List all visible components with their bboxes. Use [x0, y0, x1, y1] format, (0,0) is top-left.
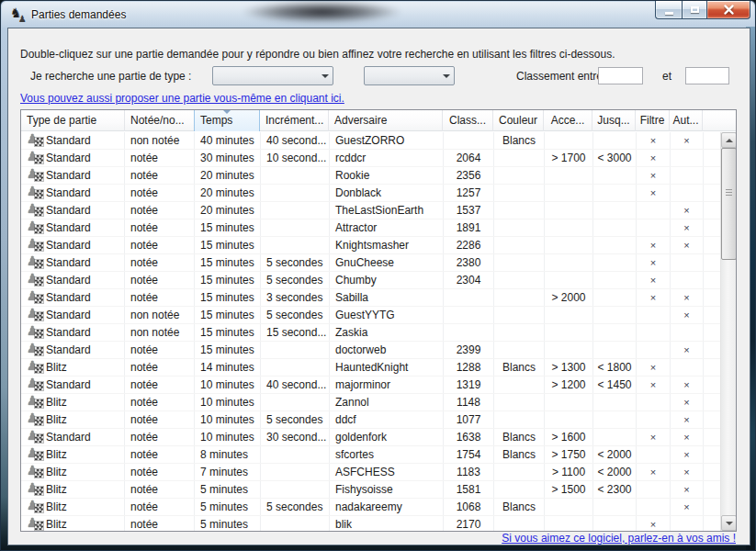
table-row[interactable]: ♟Standardnotée20 minutesRookie2356× — [21, 167, 720, 185]
vertical-scrollbar[interactable] — [720, 132, 736, 531]
maximize-button[interactable] — [682, 1, 707, 19]
cell-filter: × — [637, 132, 671, 149]
cell-increment: 10 second... — [261, 150, 330, 166]
cell-opponent: sfcortes — [330, 446, 444, 463]
cell-increment — [261, 185, 330, 201]
cell-above — [545, 254, 593, 271]
column-header-5[interactable]: Class... — [443, 110, 493, 131]
cell-rated: notée — [125, 150, 195, 166]
column-header-6[interactable]: Couleur — [493, 110, 544, 131]
table-row[interactable]: ♟Blitznotée10 minutesZannol1148× — [21, 394, 720, 411]
rating-max-input[interactable] — [685, 67, 729, 84]
rating-min-input[interactable] — [598, 67, 643, 84]
chess-pawn-icon: ♟ — [28, 466, 43, 479]
cell-above — [545, 499, 593, 515]
cell-color: Blancs — [494, 499, 545, 515]
cell-filler — [704, 202, 720, 219]
cell-above — [545, 394, 593, 410]
table-row[interactable]: ♟Standardnon notée15 minutes5 secondesGu… — [21, 307, 720, 324]
table-row[interactable]: ♟Blitznotée7 minutesASFCHESS1183> 1100< … — [21, 464, 720, 481]
cell-rated: notée — [125, 481, 195, 498]
scroll-down-button[interactable] — [721, 515, 737, 531]
scrollbar-thumb[interactable] — [721, 148, 737, 260]
chess-pawn-icon: ♟ — [28, 361, 43, 375]
chess-pawn-icon: ♟ — [28, 309, 43, 322]
column-header-1[interactable]: Notée/no... — [125, 110, 195, 131]
column-header-4[interactable]: Adversaire — [329, 110, 443, 131]
propose-game-link[interactable]: Vous pouvez aussi proposer une partie vo… — [20, 92, 344, 105]
cell-filler — [704, 481, 720, 498]
table-header-row: Type de partieNotée/no...TempsIncrément.… — [21, 110, 736, 131]
cell-auto: × — [671, 481, 704, 498]
game-type-label: Je recherche une partie de type : — [30, 70, 191, 83]
table-row[interactable]: ♟Blitznotée5 minutes5 secondesnadakareem… — [21, 499, 720, 516]
cell-below — [593, 254, 637, 271]
column-header-9[interactable]: Filtre — [636, 110, 670, 131]
cell-auto: × — [671, 342, 704, 358]
cell-type: ♟Standard — [21, 132, 125, 149]
column-header-7[interactable]: Acce... — [544, 110, 592, 131]
table-row[interactable]: ♟Standardnotée15 minutesAttractor1891× — [21, 219, 720, 237]
column-header-2[interactable]: Temps — [194, 110, 260, 131]
cell-rating — [444, 307, 494, 323]
cell-rated: notée — [125, 289, 195, 306]
table-row[interactable]: ♟Blitznotée5 minutesblik2170× — [21, 516, 720, 531]
cell-color — [494, 150, 545, 166]
cell-increment — [261, 202, 330, 219]
table-row[interactable]: ♟Standardnotée10 minutes40 second...majo… — [21, 377, 720, 394]
table-row[interactable]: ♟Blitznotée8 minutessfcortes1754Blancs> … — [21, 446, 720, 464]
table-row[interactable]: ♟Blitznotée14 minutesHauntedKnight1288Bl… — [21, 359, 720, 377]
column-header-3[interactable]: Incrément... — [260, 110, 329, 131]
table-row[interactable]: ♟Standardnotée10 minutes30 second...gold… — [21, 429, 720, 446]
table-row[interactable]: ♟Standardnotée15 minutesdoctorweb2399× — [21, 342, 720, 359]
cell-increment — [261, 219, 330, 236]
game-variant-select[interactable] — [364, 66, 455, 85]
cell-above — [545, 219, 593, 236]
cell-filter: × — [637, 377, 671, 393]
table-row[interactable]: ♟Standardnotée20 minutesTheLastSionEarth… — [21, 202, 720, 219]
cell-rating: 1638 — [444, 429, 494, 445]
column-header-8[interactable]: Jusq... — [592, 110, 636, 131]
cell-rated: notée — [125, 185, 195, 201]
table-row[interactable]: ♟Standardnotée15 minutes5 secondesChumby… — [21, 272, 720, 289]
chess-pawn-icon: ♟ — [28, 274, 43, 287]
cell-above: > 1100 — [545, 464, 593, 480]
table-row[interactable]: ♟Standardnotée20 minutesDonblack1257× — [21, 185, 720, 202]
cell-time: 10 minutes — [195, 429, 261, 445]
cell-color — [494, 394, 545, 410]
cell-type: ♟Standard — [21, 289, 125, 306]
table-row[interactable]: ♟Standardnotée15 minutesKnightsmasher228… — [21, 237, 720, 254]
cell-rating: 1068 — [444, 499, 494, 515]
cell-filler — [704, 342, 720, 358]
game-type-select[interactable] — [212, 66, 333, 85]
column-header-filler — [703, 110, 736, 131]
cell-increment: 5 secondes — [261, 272, 330, 288]
cell-filler — [704, 446, 720, 463]
and-label: et — [662, 70, 671, 83]
window-controls — [655, 1, 750, 19]
share-link[interactable]: Si vous aimez ce logiciel, parlez-en à v… — [502, 532, 736, 545]
scroll-up-button[interactable] — [721, 132, 737, 148]
cell-below — [593, 272, 637, 288]
table-row[interactable]: ♟Standardnon notée15 minutes15 second...… — [21, 324, 720, 342]
column-header-10[interactable]: Aut... — [670, 110, 703, 131]
table-row[interactable]: ♟Standardnotée15 minutes5 secondesGnuChe… — [21, 254, 720, 272]
table-row[interactable]: ♟Blitznotée10 minutes5 secondesddcf1077× — [21, 411, 720, 429]
titlebar[interactable]: ♞ ♟ Parties demandées — [1, 1, 755, 28]
cell-filler — [704, 219, 720, 236]
cell-above: > 1750 — [545, 446, 593, 463]
table-row[interactable]: ♟Standardnotée15 minutes3 secondesSabill… — [21, 289, 720, 307]
close-button[interactable] — [707, 1, 750, 19]
table-row[interactable]: ♟Standardnon notée40 minutes40 second...… — [21, 132, 720, 150]
cell-rating: 1754 — [444, 446, 494, 463]
cell-type: ♟Standard — [21, 342, 125, 358]
cell-opponent: GuestYYTG — [330, 307, 444, 323]
column-header-0[interactable]: Type de partie — [21, 110, 125, 131]
minimize-button[interactable] — [655, 1, 682, 19]
cell-below — [593, 202, 637, 219]
table-row[interactable]: ♟Blitznotée5 minutesFishysoisse1581> 150… — [21, 481, 720, 499]
cell-rating: 1288 — [444, 359, 494, 376]
cell-opponent: TheLastSionEarth — [330, 202, 444, 219]
table-row[interactable]: ♟Standardnotée30 minutes10 second...rcdd… — [21, 150, 720, 167]
cell-filler — [704, 499, 720, 515]
